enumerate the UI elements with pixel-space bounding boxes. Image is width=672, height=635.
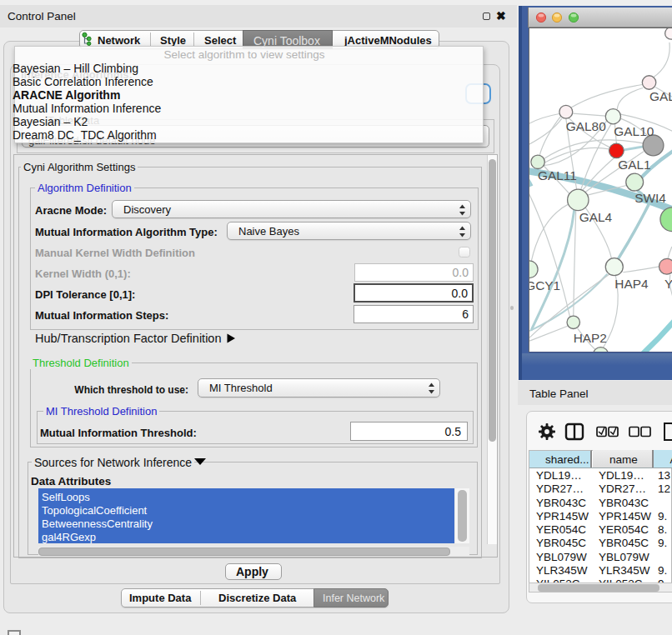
svg-text:GAL1: GAL1 bbox=[618, 158, 650, 172]
svg-text:YM: YM bbox=[664, 277, 672, 291]
svg-text:SWI4: SWI4 bbox=[634, 191, 666, 205]
svg-text:GAL4: GAL4 bbox=[579, 210, 613, 224]
svg-text:GAL2: GAL2 bbox=[649, 89, 672, 103]
svg-text:HAP2: HAP2 bbox=[574, 331, 607, 345]
svg-text:GAL80: GAL80 bbox=[566, 119, 606, 133]
svg-text:GCY1: GCY1 bbox=[529, 278, 560, 292]
svg-text:GAL10: GAL10 bbox=[614, 124, 654, 138]
svg-text:GAL11: GAL11 bbox=[538, 168, 577, 182]
svg-text:HAP4: HAP4 bbox=[614, 277, 649, 291]
